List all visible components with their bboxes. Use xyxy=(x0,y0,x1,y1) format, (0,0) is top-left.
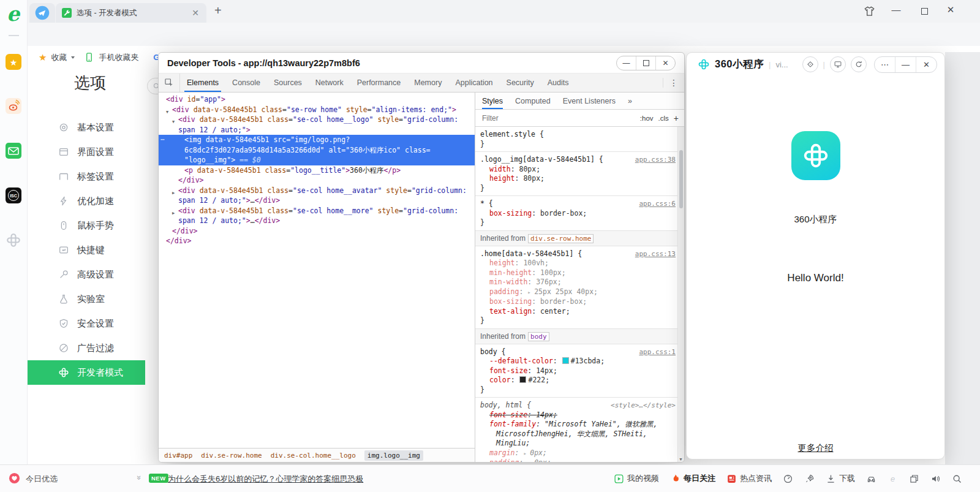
cls-toggle[interactable]: .cls xyxy=(658,115,669,122)
css-selector[interactable]: body { xyxy=(480,347,506,357)
sidebar-item-hotkeys[interactable]: 快捷键 xyxy=(28,238,145,262)
devtools-tab-security[interactable]: Security xyxy=(500,74,541,92)
dom-tree-line[interactable]: </div> xyxy=(159,175,475,186)
css-property[interactable]: box-sizing: border-box; xyxy=(480,209,676,219)
breadcrumb-node[interactable]: div.se-row.home xyxy=(201,452,262,460)
breadcrumb-node[interactable]: div#app xyxy=(164,452,192,460)
more-info-link[interactable]: 更多介绍 xyxy=(687,442,944,454)
dom-tree-line[interactable]: span 12 / auto;">…</div> xyxy=(159,195,475,206)
statusbar-speed-button[interactable] xyxy=(783,474,793,484)
weibo-icon[interactable] xyxy=(6,98,21,114)
expand-shorthand-icon[interactable]: ▸ xyxy=(523,450,530,456)
news-headline-link[interactable]: 为什么会丢失6岁以前的记忆？心理学家的答案细思恐极 xyxy=(168,474,363,485)
devtools-minimize-button[interactable]: — xyxy=(617,56,636,70)
devtools-tab-network[interactable]: Network xyxy=(309,74,350,92)
favorites-dropdown-icon[interactable] xyxy=(71,56,75,59)
sidebar-item-speedup[interactable]: 优化加速 xyxy=(28,189,145,213)
css-selector[interactable]: * { xyxy=(480,199,493,209)
inspect-element-icon[interactable] xyxy=(159,74,180,92)
miniapp-close-button[interactable]: ✕ xyxy=(916,57,937,72)
miniapp-desktop-button[interactable] xyxy=(830,56,846,72)
css-property[interactable]: box-sizing: border-box; xyxy=(480,297,676,307)
inherited-node-chip[interactable]: div.se-row.home xyxy=(528,234,594,243)
sidebar-item-tabs[interactable]: 标签设置 xyxy=(28,164,145,189)
miniapp-minimize-button[interactable]: — xyxy=(895,57,916,72)
sidebar-item-interface[interactable]: 界面设置 xyxy=(28,140,145,164)
isc-icon[interactable]: ISC xyxy=(6,187,21,203)
styles-pane-tab-styles[interactable]: Styles xyxy=(482,93,503,109)
devtools-tab-application[interactable]: Application xyxy=(448,74,499,92)
css-property[interactable]: width: 80px; xyxy=(480,165,676,175)
clovergray-icon[interactable] xyxy=(6,232,21,248)
devtools-maximize-button[interactable] xyxy=(636,56,655,70)
sidebar-item-mouse-gesture[interactable]: 鼠标手势 xyxy=(28,213,145,238)
css-property[interactable]: font-size: 14px; xyxy=(480,366,676,376)
css-property[interactable]: height: 100vh; xyxy=(480,259,676,268)
color-swatch[interactable] xyxy=(562,357,569,364)
css-source-link[interactable]: app.css:6 xyxy=(634,199,676,209)
devtools-tab-performance[interactable]: Performance xyxy=(350,74,408,92)
css-property[interactable]: text-align: center; xyxy=(480,307,676,317)
breadcrumb-node[interactable]: img.logo__img xyxy=(364,450,423,461)
statusbar-download-item[interactable]: 下载 xyxy=(826,473,855,484)
dom-tree-line[interactable]: span 12 / auto;">…</div> xyxy=(159,216,475,226)
sidebar-item-devmode[interactable]: 开发者模式 xyxy=(28,360,145,385)
scrollbar-down-icon[interactable]: ▼ xyxy=(679,457,683,461)
css-property[interactable]: color: #222; xyxy=(480,376,676,385)
sidebar-item-adblock[interactable]: 广告过滤 xyxy=(28,336,145,360)
css-source-link[interactable]: app.css:13 xyxy=(630,249,676,259)
theme-skin-icon[interactable] xyxy=(863,5,876,18)
sidebar-item-security[interactable]: 安全设置 xyxy=(28,311,145,336)
miniapp-more-button[interactable]: ⋯ xyxy=(875,57,895,72)
css-source-link[interactable]: app.css:38 xyxy=(630,155,676,165)
window-restore-button[interactable] xyxy=(918,6,931,17)
dom-tree-line[interactable]: ⋯<img data-v-584e45b1 src="img/logo.png? xyxy=(159,135,475,145)
sidebar-item-basic[interactable]: 基本设置 xyxy=(28,115,145,140)
css-property[interactable]: padding: ▸ 0px; xyxy=(480,458,676,462)
mail-icon[interactable] xyxy=(6,143,21,159)
active-tab[interactable]: 选项 - 开发者模式 ✕ xyxy=(56,3,206,23)
devtools-titlebar[interactable]: Developer Tools - app://qh13waury22p7m8b… xyxy=(159,53,684,73)
statusbar-hotnews-item[interactable]: 热点资讯 xyxy=(726,473,772,484)
devtools-menu-icon[interactable]: ⋮ xyxy=(663,78,684,88)
sidebar-item-advanced[interactable]: 高级设置 xyxy=(28,262,145,287)
statusbar-rocket-button[interactable] xyxy=(804,474,815,484)
sidebar-item-lab[interactable]: 实验室 xyxy=(28,287,145,311)
miniapp-refresh-button[interactable] xyxy=(851,56,867,72)
statusbar-flame-item[interactable]: 每日关注 xyxy=(670,473,715,484)
css-selector[interactable]: body, html { xyxy=(480,401,531,411)
window-minimize-button[interactable]: — xyxy=(889,4,903,15)
favorites-label[interactable]: 收藏 xyxy=(51,52,67,63)
styles-scrollbar[interactable]: ▼ xyxy=(677,127,684,462)
css-property[interactable]: padding: ▸ 25px 25px 40px; xyxy=(480,287,676,298)
devtools-tab-elements[interactable]: Elements xyxy=(180,74,225,92)
hov-toggle[interactable]: :hov xyxy=(640,115,654,122)
devtools-tab-memory[interactable]: Memory xyxy=(407,74,448,92)
devtools-close-button[interactable]: ✕ xyxy=(655,56,675,70)
new-style-rule-button[interactable]: + xyxy=(674,113,679,123)
dom-tree-line[interactable]: </div> xyxy=(159,226,475,237)
mobile-favorites-label[interactable]: 手机收藏夹 xyxy=(99,52,138,63)
breadcrumb-node[interactable]: div.se-col.home__logo xyxy=(271,452,356,460)
collapse-chevron-icon[interactable]: » xyxy=(135,475,144,480)
expand-shorthand-icon[interactable]: ▸ xyxy=(527,460,534,462)
window-close-button[interactable]: ✕ xyxy=(944,4,957,15)
inherited-node-chip[interactable]: body xyxy=(528,332,549,341)
miniapp-about-button[interactable] xyxy=(802,56,818,72)
statusbar-speaker-button[interactable] xyxy=(930,474,941,484)
css-property[interactable]: min-height: 100px; xyxy=(480,268,676,278)
statusbar-car-button[interactable] xyxy=(866,474,876,484)
browser-logo[interactable]: e xyxy=(7,2,20,26)
scrollbar-thumb[interactable] xyxy=(679,150,683,208)
dom-tree-line[interactable]: ▼<div data-v-584e45b1 class="se-col home… xyxy=(159,115,475,125)
star-icon[interactable]: ★ xyxy=(6,54,21,70)
css-selector[interactable]: .home[data-v-584e45b1] { xyxy=(480,249,582,259)
dom-tree-line[interactable]: </div> xyxy=(159,236,475,246)
daily-picks-label[interactable]: 今日优选 xyxy=(26,474,58,485)
dom-tree-line[interactable]: <div id="app"> xyxy=(159,94,475,105)
dom-tree-line[interactable]: span 12 / auto;"> xyxy=(159,125,475,135)
heart-icon[interactable] xyxy=(9,472,20,484)
styles-filter-input[interactable] xyxy=(481,113,635,123)
dom-tree-line[interactable]: <p data-v-584e45b1 class="logo__title">3… xyxy=(159,165,475,176)
color-swatch[interactable] xyxy=(519,376,526,383)
